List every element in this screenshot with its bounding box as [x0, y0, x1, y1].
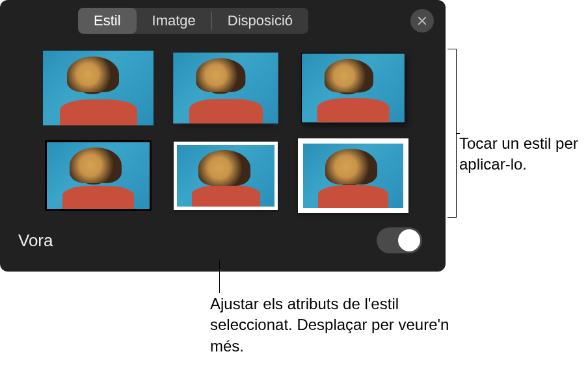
style-thumbnail[interactable] [43, 138, 154, 213]
border-toggle[interactable] [377, 227, 422, 253]
style-thumbnail[interactable] [170, 138, 281, 213]
style-preview [43, 51, 154, 125]
format-panel: Estil Imatge Disposició [0, 0, 446, 272]
tab-style[interactable]: Estil [78, 8, 137, 34]
style-grid [0, 40, 446, 213]
style-preview [173, 53, 278, 123]
tab-image[interactable]: Imatge [137, 8, 211, 34]
style-preview [45, 140, 152, 211]
tab-bar: Estil Imatge Disposició [0, 0, 446, 40]
callout-adjust-attrs: Ajustar els atributs de l'estil seleccio… [210, 294, 451, 357]
callout-bracket [448, 49, 457, 218]
border-row: Vora [0, 213, 446, 253]
style-thumbnail[interactable] [43, 51, 154, 125]
style-thumbnail[interactable] [298, 138, 408, 213]
close-button[interactable] [410, 9, 434, 32]
close-icon [416, 15, 428, 27]
segmented-control: Estil Imatge Disposició [78, 8, 308, 34]
border-label: Vora [18, 231, 53, 251]
style-preview [298, 138, 408, 213]
style-preview [174, 142, 278, 210]
callout-tap-style: Tocar un estil per aplicar-lo. [459, 133, 586, 175]
tab-layout[interactable]: Disposició [212, 8, 308, 34]
style-thumbnail[interactable] [298, 51, 408, 125]
style-preview [301, 53, 405, 123]
callout-line [219, 261, 220, 293]
style-thumbnail[interactable] [170, 51, 281, 125]
